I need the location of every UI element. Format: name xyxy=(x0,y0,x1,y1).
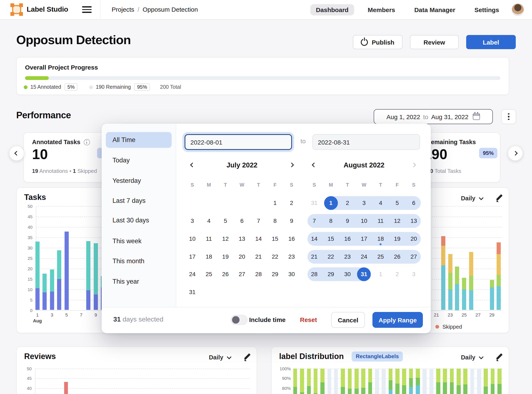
cancel-button[interactable]: Cancel xyxy=(331,312,365,328)
preset-last-7-days[interactable]: Last 7 days xyxy=(106,193,172,208)
calendar-day[interactable]: 1 xyxy=(324,196,338,210)
calendar-day-muted[interactable]: 2 xyxy=(390,267,404,281)
carousel-prev-button[interactable] xyxy=(9,146,24,161)
calendar-day[interactable]: 17 xyxy=(185,250,199,264)
calendar-day[interactable]: 14 xyxy=(252,232,265,246)
calendar-day[interactable]: 28 xyxy=(308,267,321,281)
preset-today[interactable]: Today xyxy=(106,152,172,168)
calendar-day[interactable]: 24 xyxy=(185,267,199,281)
calendar-day[interactable]: 27 xyxy=(235,267,249,281)
calendar-day[interactable]: 9 xyxy=(341,214,354,228)
more-options-button[interactable] xyxy=(501,109,516,124)
calendar-day[interactable]: 21 xyxy=(308,250,321,264)
calendar-day[interactable]: 16 xyxy=(285,232,298,246)
breadcrumb-projects[interactable]: Projects xyxy=(112,6,134,13)
calendar-day[interactable]: 31 xyxy=(185,285,199,299)
menu-icon[interactable] xyxy=(82,6,92,13)
calendar-day-muted[interactable]: 3 xyxy=(407,267,421,281)
nav-item-dashboard[interactable]: Dashboard xyxy=(310,4,354,15)
x-tick-label: 25 xyxy=(458,312,470,317)
calendar-day[interactable]: 16 xyxy=(341,232,354,246)
info-icon[interactable] xyxy=(84,139,90,145)
calendar-day[interactable]: 19 xyxy=(219,250,232,264)
calendar-day[interactable]: 25 xyxy=(374,250,387,264)
calendar-day[interactable]: 30 xyxy=(341,267,354,281)
calendar-day[interactable]: 8 xyxy=(324,214,338,228)
calendar-day[interactable]: 12 xyxy=(390,214,404,228)
publish-button[interactable]: Publish xyxy=(353,35,402,49)
calendar-day[interactable]: 14 xyxy=(308,232,321,246)
bar-segment-blue xyxy=(94,295,98,310)
calendar-day[interactable]: 23 xyxy=(285,250,298,264)
calendar-day[interactable]: 10 xyxy=(185,232,199,246)
calendar-day[interactable]: 18 xyxy=(202,250,216,264)
calendar-day[interactable]: 5 xyxy=(390,196,404,210)
calendar-day[interactable]: 12 xyxy=(219,232,232,246)
carousel-next-button[interactable] xyxy=(508,146,523,161)
calendar-day[interactable]: 23 xyxy=(341,250,354,264)
calendar-day[interactable]: 22 xyxy=(324,250,338,264)
calendar-day[interactable]: 8 xyxy=(268,214,282,228)
preset-all-time[interactable]: All Time xyxy=(106,132,172,148)
calendar-day[interactable]: 13 xyxy=(407,214,421,228)
nav-item-settings[interactable]: Settings xyxy=(469,4,505,15)
avatar[interactable] xyxy=(511,3,524,16)
label-button[interactable]: Label xyxy=(466,35,516,49)
bar-segment-teal xyxy=(57,250,62,279)
calendar-day[interactable]: 1 xyxy=(268,196,282,210)
review-button[interactable]: Review xyxy=(410,35,459,49)
calendar-day[interactable]: 2 xyxy=(285,196,298,210)
calendar-day[interactable]: 9 xyxy=(285,214,298,228)
nav-item-members[interactable]: Members xyxy=(362,4,401,15)
prev-month-button[interactable] xyxy=(311,161,318,169)
nav-item-data-manager[interactable]: Data Manager xyxy=(409,4,461,15)
end-date-input[interactable] xyxy=(313,134,420,150)
calendar-day[interactable]: 21 xyxy=(252,250,265,264)
calendar-day-muted[interactable]: 1 xyxy=(374,267,387,281)
calendar-day[interactable]: 20 xyxy=(407,232,421,246)
date-range-button[interactable]: Aug 1, 2022 to Aug 31, 2022 xyxy=(374,109,493,124)
calendar-day[interactable]: 4 xyxy=(202,214,216,228)
start-date-input[interactable] xyxy=(185,134,292,150)
bar-segment-teal xyxy=(490,287,494,310)
reset-button[interactable]: Reset xyxy=(300,316,317,323)
calendar-day[interactable]: 20 xyxy=(235,250,249,264)
x-tick-label: 1 xyxy=(32,312,42,317)
calendar-day[interactable]: 7 xyxy=(308,214,321,228)
calendar-day[interactable]: 15 xyxy=(324,232,338,246)
calendar-day[interactable]: 13 xyxy=(235,232,249,246)
calendar-day[interactable]: 11 xyxy=(202,232,216,246)
bar-segment-teal xyxy=(43,274,47,292)
bar-segment-green xyxy=(448,273,452,289)
preset-this-week[interactable]: This week xyxy=(106,233,172,249)
calendar-day[interactable]: 19 xyxy=(390,232,404,246)
remaining-count: 190 Remaining xyxy=(96,84,131,90)
calendar-day[interactable]: 22 xyxy=(268,250,282,264)
calendar-day[interactable]: 26 xyxy=(390,250,404,264)
include-time-toggle[interactable] xyxy=(231,315,247,325)
next-month-button[interactable] xyxy=(288,161,295,169)
dist-segment-light xyxy=(409,368,413,378)
calendar-day[interactable]: 29 xyxy=(268,267,282,281)
preset-last-30-days[interactable]: Last 30 days xyxy=(106,213,172,228)
preset-this-year[interactable]: This year xyxy=(106,274,172,290)
calendar-day[interactable]: 27 xyxy=(407,250,421,264)
calendar-day[interactable]: 30 xyxy=(285,267,298,281)
calendar-day[interactable]: 26 xyxy=(219,267,232,281)
calendar-day[interactable]: 31 xyxy=(357,267,371,281)
calendar-day[interactable]: 28 xyxy=(252,267,265,281)
calendar-day[interactable]: 7 xyxy=(252,214,265,228)
calendar-day-muted[interactable]: 31 xyxy=(308,196,321,210)
apply-range-button[interactable]: Apply Range xyxy=(372,312,423,328)
calendar-day[interactable]: 5 xyxy=(219,214,232,228)
preset-this-month[interactable]: This month xyxy=(106,253,172,269)
calendar-day[interactable]: 29 xyxy=(324,267,338,281)
calendar-day[interactable]: 3 xyxy=(185,214,199,228)
prev-month-button[interactable] xyxy=(188,161,196,169)
calendar-day[interactable]: 6 xyxy=(235,214,249,228)
calendar-day[interactable]: 6 xyxy=(407,196,421,210)
calendar-day[interactable]: 15 xyxy=(268,232,282,246)
calendar-day[interactable]: 25 xyxy=(202,267,216,281)
preset-yesterday[interactable]: Yesterday xyxy=(106,173,172,189)
label-studio-logo-icon[interactable] xyxy=(11,4,22,16)
